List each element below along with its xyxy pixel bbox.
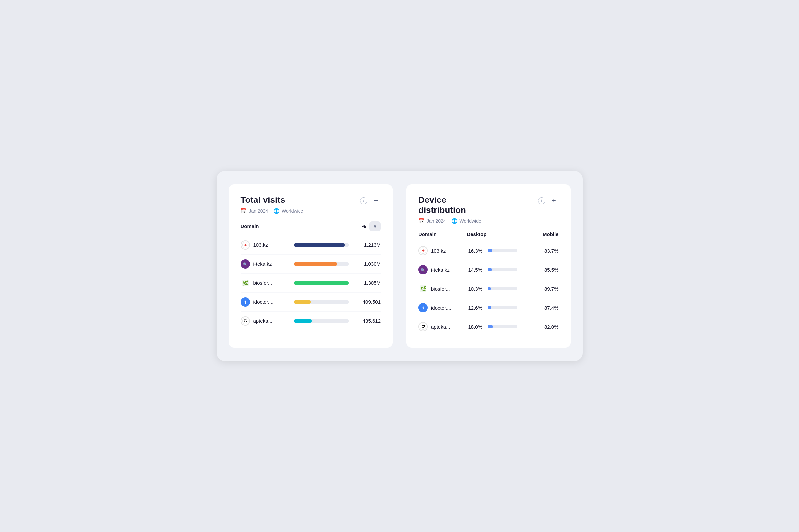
dev-bar-fill	[488, 306, 491, 309]
dev-domain-col-header: Domain	[418, 231, 465, 237]
svg-text:🔍: 🔍	[421, 268, 425, 272]
percent-column-header: %	[353, 224, 366, 229]
domain-name: idoctor....	[253, 299, 274, 305]
total-visits-header: Total visits i +	[241, 195, 381, 206]
bar-fill	[294, 243, 345, 247]
calendar-icon: 📅	[241, 208, 247, 214]
dev-bar-cell	[485, 306, 541, 309]
table-row: ✚ 103.kz 1.213M	[241, 236, 381, 255]
dev-table-row: ⚕ idoctor.... 12.6% 87.4%	[418, 298, 559, 317]
dev-domain-name: i-teka.kz	[431, 267, 450, 273]
dev-bar-cell	[485, 287, 541, 290]
device-dist-add-button[interactable]: +	[549, 196, 559, 206]
bar-cell	[294, 243, 353, 247]
bar-track	[294, 243, 349, 247]
domain-logo: ✚	[241, 241, 250, 250]
bar-fill	[294, 262, 338, 266]
desktop-pct: 18.0%	[465, 324, 485, 329]
desktop-pct: 16.3%	[465, 248, 485, 254]
dev-domain-logo: 🌿	[418, 284, 428, 293]
table-row: 🛡 apteka... 435,612	[241, 311, 381, 330]
dev-mobile-col-header: Mobile	[539, 231, 559, 237]
table-row: 🌿 biosfer... 1.305M	[241, 274, 381, 292]
device-dist-table-header: Domain Desktop Mobile	[418, 231, 559, 240]
device-dist-date: 📅 Jan 2024	[418, 218, 446, 224]
dev-bar-fill	[488, 287, 491, 290]
calendar-icon-2: 📅	[418, 218, 424, 224]
bar-cell	[294, 319, 353, 323]
dev-domain-name: 103.kz	[431, 248, 446, 254]
dev-table-row: ✚ 103.kz 16.3% 83.7%	[418, 241, 559, 260]
domain-column-header: Domain	[241, 224, 294, 229]
dev-bar-cell	[485, 325, 541, 328]
svg-text:🌿: 🌿	[242, 280, 248, 286]
dev-bar-track	[488, 249, 517, 252]
domain-cell: ✚ 103.kz	[241, 241, 294, 250]
domain-name: 103.kz	[253, 242, 268, 248]
dev-table-row: 🌿 biosfer... 10.3% 89.7%	[418, 279, 559, 298]
bar-fill	[294, 300, 311, 304]
dev-bar-cell	[485, 249, 541, 252]
visits-value: 1.030M	[353, 261, 381, 267]
bar-track	[294, 262, 349, 266]
device-dist-title: Device distribution	[418, 195, 466, 215]
domain-logo: ⚕	[241, 297, 250, 307]
svg-text:🛡: 🛡	[243, 319, 247, 323]
dev-bar-track	[488, 268, 517, 271]
domain-name: i-teka.kz	[253, 261, 272, 267]
svg-text:🌿: 🌿	[420, 286, 426, 291]
dev-domain-cell: 🛡 apteka...	[418, 322, 465, 331]
hash-badge[interactable]: #	[369, 222, 381, 231]
bar-fill	[294, 319, 312, 323]
dev-domain-cell: ⚕ idoctor....	[418, 303, 465, 312]
dev-domain-logo: 🔍	[418, 265, 428, 274]
device-dist-table: ✚ 103.kz 16.3% 83.7% 🔍 i-teka.kz 14.5%	[418, 241, 559, 336]
svg-text:🔍: 🔍	[243, 262, 248, 267]
visits-value: 1.213M	[353, 242, 381, 248]
bar-track	[294, 281, 349, 285]
svg-text:✚: ✚	[244, 243, 247, 247]
total-visits-date: 📅 Jan 2024	[241, 208, 268, 214]
dev-desktop-col-header: Desktop	[465, 231, 488, 237]
desktop-pct: 10.3%	[465, 286, 485, 291]
domain-logo: 🔍	[241, 259, 250, 269]
dev-domain-name: apteka...	[431, 324, 450, 329]
bar-track	[294, 300, 349, 304]
domain-logo: 🌿	[241, 278, 250, 288]
total-visits-region: 🌐 Worldwide	[273, 208, 303, 214]
table-row: 🔍 i-teka.kz 1.030M	[241, 255, 381, 274]
svg-text:⚕: ⚕	[422, 306, 424, 310]
dev-bar-track	[488, 306, 517, 309]
domain-cell: 🌿 biosfer...	[241, 278, 294, 288]
visits-value: 409,501	[353, 299, 381, 305]
device-dist-header: Device distribution i +	[418, 195, 559, 215]
globe-icon-2: 🌐	[451, 218, 458, 224]
dev-bar-fill	[488, 268, 491, 271]
dev-table-row: 🛡 apteka... 18.0% 82.0%	[418, 317, 559, 336]
domain-logo: 🛡	[241, 316, 250, 325]
dev-domain-cell: 🌿 biosfer...	[418, 284, 465, 293]
dev-domain-logo: ⚕	[418, 303, 428, 312]
dev-domain-cell: ✚ 103.kz	[418, 246, 465, 255]
desktop-pct: 14.5%	[465, 267, 485, 273]
mobile-pct: 83.7%	[541, 248, 559, 254]
dev-bar-cell	[485, 268, 541, 271]
dev-bar-track	[488, 325, 517, 328]
domain-cell: 🔍 i-teka.kz	[241, 259, 294, 269]
bar-fill	[294, 281, 349, 285]
total-visits-add-button[interactable]: +	[371, 196, 381, 206]
svg-text:🛡: 🛡	[421, 324, 425, 328]
total-visits-table: ✚ 103.kz 1.213M 🔍 i-teka.kz 1.030M	[241, 236, 381, 330]
total-visits-info-icon[interactable]: i	[360, 197, 367, 205]
total-visits-table-header: Domain % #	[241, 222, 381, 234]
hash-column-header: #	[366, 222, 381, 231]
table-row: ⚕ idoctor.... 409,501	[241, 292, 381, 311]
device-dist-info-icon[interactable]: i	[538, 197, 545, 205]
bar-cell	[294, 300, 353, 304]
domain-cell: ⚕ idoctor....	[241, 297, 294, 307]
total-visits-panel: Total visits i + 📅 Jan 2024 🌐 Worldwide …	[229, 184, 393, 348]
bar-track	[294, 319, 349, 323]
dev-bar-fill	[488, 249, 492, 252]
dev-domain-logo: ✚	[418, 246, 428, 255]
dev-domain-name: biosfer...	[431, 286, 450, 291]
